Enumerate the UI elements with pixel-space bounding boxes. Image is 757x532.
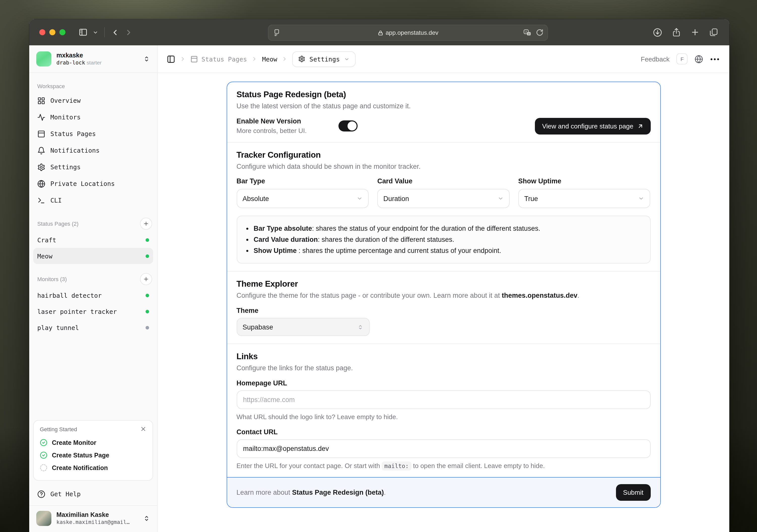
close-window-button[interactable]	[39, 29, 45, 35]
sidebar-item-label: Status Pages	[50, 130, 96, 138]
feedback-link[interactable]: Feedback	[641, 55, 670, 63]
avatar	[36, 511, 51, 526]
status-pages-section-label: Status Pages	[37, 221, 70, 227]
enable-new-version-toggle[interactable]	[338, 120, 357, 132]
globe-icon	[37, 180, 45, 188]
chevron-up-down-icon	[357, 324, 363, 330]
workspace-switcher[interactable]: mxkaske drab-lockstarter	[29, 45, 157, 73]
tracker-help-bullet: Bar Type absolute: shares the status of …	[254, 225, 642, 232]
status-page-item-craft[interactable]: Craft	[33, 232, 153, 248]
zoom-window-button[interactable]	[59, 29, 66, 35]
workspace-section-label: Workspace	[33, 83, 153, 89]
settings-dropdown[interactable]: Settings	[292, 51, 355, 67]
tracker-help-bullet: Show Uptime : shares the uptime percenta…	[254, 247, 642, 254]
chevron-right-icon	[252, 56, 257, 62]
getting-started-item-create-status-page[interactable]: Create Status Page	[40, 449, 147, 461]
chevron-up-down-icon	[143, 55, 150, 62]
sidebar-item-get-help[interactable]: Get Help	[33, 485, 153, 502]
monitor-item[interactable]: play tunnel	[33, 319, 153, 335]
section-status-page-redesign: Status Page Redesign (beta) Use the late…	[227, 82, 660, 142]
bar-type-select[interactable]: Absolute	[236, 189, 369, 208]
card-value-label: Card Value	[377, 177, 509, 185]
translate-icon[interactable]: A文	[523, 29, 531, 37]
homepage-url-input[interactable]	[236, 391, 651, 409]
sidebar-item-notifications[interactable]: Notifications	[33, 142, 153, 159]
show-uptime-label: Show Uptime	[518, 177, 651, 185]
downloads-icon[interactable]	[653, 27, 662, 37]
chevron-right-icon	[282, 56, 288, 62]
app-sidebar-toggle-icon[interactable]	[167, 55, 175, 63]
arrow-up-right-icon	[637, 123, 644, 129]
section-description: Use the latest version of the status pag…	[236, 102, 651, 110]
user-name: Maximilian Kaske	[56, 511, 138, 519]
breadcrumb-status-pages[interactable]: Status Pages	[190, 55, 247, 63]
bell-icon	[37, 146, 45, 154]
browser-window: app.openstatus.dev A文	[29, 19, 729, 532]
add-monitor-button[interactable]	[140, 273, 152, 285]
section-title: Tracker Configuration	[236, 150, 651, 160]
back-button[interactable]	[111, 28, 119, 37]
reload-icon[interactable]	[536, 29, 543, 37]
homepage-url-helper: What URL should the logo link to? Leave …	[236, 413, 651, 421]
panel-top-icon	[190, 55, 198, 63]
monitors-section-label: Monitors	[37, 276, 58, 282]
new-tab-icon[interactable]	[690, 28, 700, 37]
sidebar-item-label: Private Locations	[50, 180, 115, 187]
sidebar-item-private-locations[interactable]: Private Locations	[33, 175, 153, 192]
chevron-down-icon	[344, 56, 349, 62]
chevron-down-icon	[638, 196, 645, 202]
share-icon[interactable]	[672, 28, 681, 37]
breadcrumb-meow[interactable]: Meow	[262, 55, 277, 63]
browser-toolbar: app.openstatus.dev A文	[29, 19, 729, 45]
status-dot-inactive	[145, 326, 149, 329]
help-circle-icon	[37, 490, 45, 498]
sidebar-item-overview[interactable]: Overview	[33, 92, 153, 109]
card-value-select[interactable]: Duration	[377, 189, 509, 208]
submit-button[interactable]: Submit	[616, 484, 651, 501]
getting-started-item-create-monitor[interactable]: Create Monitor	[40, 436, 147, 449]
getting-started-item-create-notification[interactable]: Create Notification	[40, 461, 147, 474]
section-title: Status Page Redesign (beta)	[236, 90, 651, 99]
monitors-count: (3)	[60, 276, 67, 282]
globe-icon[interactable]	[695, 55, 703, 63]
workspace-tier: starter	[87, 60, 102, 66]
getting-started-label: Create Status Page	[52, 452, 109, 459]
address-bar[interactable]: app.openstatus.dev A文	[268, 25, 548, 41]
sidebar-item-label: Overview	[50, 97, 80, 104]
gear-icon	[298, 55, 305, 62]
add-status-page-button[interactable]	[140, 218, 152, 230]
status-page-item-meow[interactable]: Meow	[33, 248, 153, 264]
show-uptime-select[interactable]: True	[518, 189, 651, 208]
monitor-item[interactable]: hairball detector	[33, 287, 153, 303]
section-theme-explorer: Theme Explorer Configure the theme for t…	[227, 271, 660, 344]
monitor-item[interactable]: laser pointer tracker	[33, 303, 153, 319]
page-header: Status Pages Meow Settings Feedback F	[158, 45, 729, 73]
getting-started-title: Getting Started	[40, 426, 77, 432]
homepage-url-label: Homepage URL	[236, 379, 651, 387]
svg-text:A: A	[525, 30, 527, 34]
sidebar-item-cli[interactable]: CLI	[33, 192, 153, 208]
browser-sidebar-toggle-icon[interactable]	[78, 28, 88, 37]
minimize-window-button[interactable]	[49, 29, 55, 35]
desktop: app.openstatus.dev A文	[0, 0, 757, 532]
sidebar-item-monitors[interactable]: Monitors	[33, 109, 153, 125]
tab-overview-icon[interactable]	[709, 28, 718, 37]
status-dot-up	[145, 254, 149, 258]
settings-content: Status Page Redesign (beta) Use the late…	[158, 73, 729, 532]
theme-select[interactable]: Supabase	[236, 318, 370, 336]
tracker-help-box: Bar Type absolute: shares the status of …	[236, 216, 651, 264]
sidebar-item-label: Notifications	[50, 146, 100, 154]
user-menu[interactable]: Maximilian Kaske kaske.maximilian@gmail…	[29, 505, 157, 532]
forward-button[interactable]	[124, 28, 133, 37]
tracker-help-bullet: Card Value duration: shares the duration…	[254, 236, 642, 243]
themes-link[interactable]: themes.openstatus.dev	[502, 292, 577, 299]
contact-url-input[interactable]	[236, 439, 651, 458]
sidebar-item-status-pages[interactable]: Status Pages	[33, 125, 153, 142]
page-settings-icon[interactable]	[273, 29, 281, 36]
view-configure-status-page-button[interactable]: View and configure status page	[535, 118, 651, 134]
sidebar-item-settings[interactable]: Settings	[33, 159, 153, 175]
more-options-button[interactable]: •••	[711, 55, 720, 63]
sidebar-chevron-down-icon[interactable]	[93, 29, 98, 35]
contact-url-label: Contact URL	[236, 428, 651, 436]
close-icon[interactable]	[140, 426, 147, 432]
